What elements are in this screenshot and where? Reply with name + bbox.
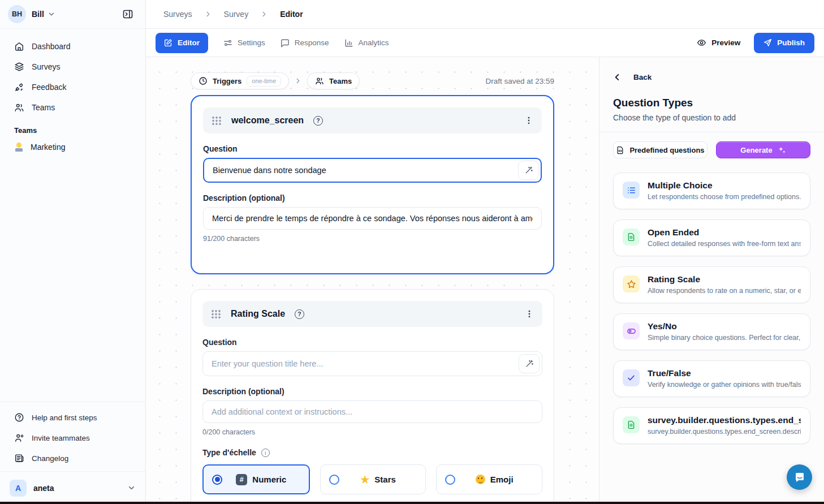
sidebar-item-label: Teams [32,103,55,112]
account-switcher[interactable]: A aneta [0,471,145,504]
breadcrumb-surveys[interactable]: Surveys [163,10,192,19]
question-description-input[interactable] [203,207,542,230]
team-name: Marketing [31,143,65,152]
chevron-right-icon [204,10,212,18]
toolbar-actions: Preview Publish [697,33,814,53]
ai-rewrite-button[interactable] [519,354,540,373]
question-title-input[interactable] [203,158,542,183]
drag-handle-icon[interactable] [212,116,222,126]
chevron-down-icon [127,484,136,492]
sidebar-item-feedback[interactable]: Feedback [6,77,140,97]
predefined-questions-button[interactable]: Predefined questions [613,141,707,158]
ai-rewrite-button[interactable] [518,161,539,180]
collapse-sidebar-button[interactable] [118,5,137,24]
triggers-chip[interactable]: Triggers one-time [191,72,289,89]
sparkles-icon [778,146,786,154]
question-type-description: Let respondents choose from predefined o… [648,193,801,201]
teams-chip[interactable]: Teams [307,72,360,89]
question-type-description: Collect detailed responses with free-for… [648,240,801,248]
pencil-square-icon [164,38,172,47]
workspace-switcher[interactable]: BH Bill [0,0,145,29]
chevron-down-icon [48,10,55,18]
question-types-panel: Back Question Types Choose the type of q… [599,57,824,504]
canvas-header-row: Triggers one-time Teams Draft sav [191,72,554,89]
tab-settings[interactable]: Settings [223,38,265,48]
scale-option-numeric[interactable]: # Numeric [202,464,310,494]
file-code-icon [616,146,624,154]
preview-button[interactable]: Preview [697,38,740,48]
tab-label: Settings [238,38,265,47]
question-title-input[interactable] [202,351,542,376]
question-type-true-false[interactable]: True/False Verify knowledge or gather op… [613,360,810,397]
question-card-rating-scale[interactable]: Rating Scale ? Question [191,289,554,504]
panel-title: Question Types [613,97,810,109]
question-field-label: Question [202,338,542,347]
sidebar-item-changelog[interactable]: Changelog [6,449,140,468]
sidebar-item-dashboard[interactable]: Dashboard [6,37,140,56]
bottom-edge-bar [0,502,824,504]
question-type-title: Rating Scale [648,274,801,285]
breadcrumb: Surveys Survey Editor [146,0,824,29]
scale-option-emoji[interactable]: Emoji [436,464,542,494]
sidebar-item-label: Help and first steps [32,413,97,422]
account-avatar: A [10,480,27,497]
panel-subtitle: Choose the type of question to add [613,113,810,122]
scale-option-stars[interactable]: ★ Stars [320,464,426,494]
breadcrumb-survey[interactable]: Survey [224,10,249,19]
question-card-header: Rating Scale ? [202,301,542,327]
question-type-open-ended[interactable]: Open Ended Collect detailed responses wi… [613,219,810,256]
question-type-rating-scale[interactable]: Rating Scale Allow respondents to rate o… [613,266,810,303]
sidebar-spacer [0,156,145,402]
question-card-welcome-screen[interactable]: welcome_screen ? Question [191,95,554,274]
question-description-input[interactable] [202,400,542,423]
star-emoji-icon: ★ [360,475,369,485]
radio-checked-icon [212,475,222,485]
toggle-icon [623,322,640,339]
tab-analytics[interactable]: Analytics [344,38,389,48]
list-icon [623,182,640,199]
sidebar: BH Bill Dashboard Surv [0,0,146,504]
sidebar-item-help[interactable]: Help and first steps [6,408,140,427]
question-field-label: Question [203,144,542,153]
chat-bubble-icon [793,471,806,484]
question-type-title: Multiple Choice [648,180,801,191]
triggers-chip-label: Triggers [213,77,241,85]
breadcrumb-editor[interactable]: Editor [280,10,303,19]
sidebar-item-teams[interactable]: Teams [6,98,140,117]
question-type-yes-no[interactable]: Yes/No Simple binary choice questions. P… [613,313,810,350]
sliders-icon [223,38,232,48]
tab-label: Response [295,38,329,47]
char-count: 91/200 characters [203,235,542,243]
content-area: Triggers one-time Teams Draft sav [146,57,824,504]
question-type-end-screen[interactable]: survey.builder.questions.types.end_scr..… [613,407,810,444]
help-icon [14,412,24,423]
card-menu-button[interactable] [524,116,533,125]
main-area: Surveys Survey Editor Editor Setting [146,0,824,504]
question-type-multiple-choice[interactable]: Multiple Choice Let respondents choose f… [613,173,810,209]
tab-editor[interactable]: Editor [156,33,208,53]
teams-section-header: Teams [0,117,145,138]
question-card-title: Rating Scale [231,309,285,319]
radio-icon [445,475,455,485]
sidebar-item-marketing[interactable]: Marketing [0,138,145,156]
magic-wand-icon [525,359,534,368]
card-menu-button[interactable] [525,309,534,318]
description-field-label: Description (optional) [202,387,542,396]
sidebar-footer-nav: Help and first steps Invite teammates Ch… [0,402,145,471]
magic-wand-icon [524,166,533,175]
sidebar-item-invite[interactable]: Invite teammates [6,428,140,447]
sidebar-item-surveys[interactable]: Surveys [6,57,140,76]
drag-handle-icon[interactable] [211,309,221,319]
back-button[interactable]: Back [613,73,652,81]
back-label: Back [633,73,652,81]
scale-option-label: Emoji [490,475,514,484]
chat-widget-button[interactable] [787,464,812,490]
scale-type-label: Type d'échelle [202,448,256,457]
star-icon [623,275,640,292]
publish-button[interactable]: Publish [754,33,814,53]
generate-button[interactable]: Generate [716,141,810,158]
tab-response[interactable]: Response [281,38,329,48]
app-window: BH Bill Dashboard Surv [0,0,824,504]
preview-label: Preview [711,38,740,47]
question-type-description: Simple binary choice questions. Perfect … [648,334,801,342]
